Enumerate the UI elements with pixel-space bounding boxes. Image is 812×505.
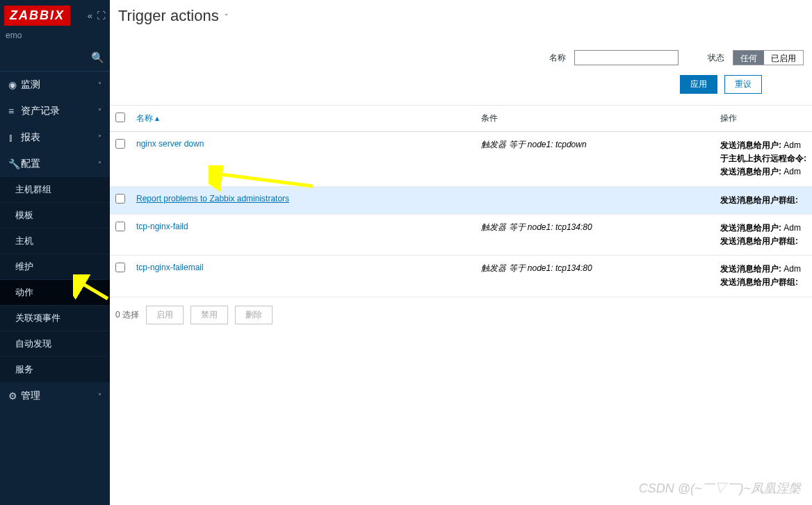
search-row[interactable]: 🔍: [0, 47, 110, 72]
fullscreen-icon[interactable]: ⛶: [97, 10, 106, 21]
sidebar-sub-item[interactable]: 关联项事件: [0, 306, 110, 331]
operations-cell: 发送消息给用户: Adm发送消息给用户群组:: [715, 214, 812, 255]
selected-count: 0 选择: [115, 309, 139, 321]
server-name: emo: [0, 31, 110, 47]
sidebar-sub-item[interactable]: 主机: [0, 229, 110, 254]
action-name-link[interactable]: nginx server down: [136, 139, 204, 149]
operations-cell: 发送消息给用户: Adm发送消息给用户群组:: [715, 256, 812, 297]
search-icon[interactable]: 🔍: [91, 51, 104, 64]
table-row: nginx server down触发器 等于 node1: tcpdown发送…: [110, 132, 812, 187]
sidebar-sub-item[interactable]: 服务: [0, 357, 110, 383]
disable-button[interactable]: 禁用: [190, 306, 228, 324]
action-name-link[interactable]: tcp-nginx-faild: [136, 222, 188, 231]
filter-name-label: 名称: [549, 52, 566, 64]
row-checkbox[interactable]: [115, 194, 125, 204]
status-enabled[interactable]: 已启用: [764, 51, 803, 65]
status-any[interactable]: 任何: [733, 51, 764, 65]
row-checkbox[interactable]: [115, 263, 125, 272]
sidebar-sub-item[interactable]: 维护: [0, 254, 110, 280]
apply-button[interactable]: 应用: [680, 75, 717, 94]
condition-cell: 触发器 等于 node1: tcp134:80: [476, 256, 715, 297]
logo-row: ZABBIX « ⛶: [0, 0, 110, 31]
filter-panel: 名称 状态 任何 已启用 应用 重设: [110, 42, 812, 106]
row-checkbox[interactable]: [115, 139, 125, 149]
condition-cell: 触发器 等于 node1: tcp134:80: [476, 214, 715, 255]
page-title-text: Trigger actions: [118, 7, 219, 24]
operations-cell: 发送消息给用户群组:: [715, 186, 812, 214]
sidebar-sub-item[interactable]: 自动发现: [0, 331, 110, 357]
condition-cell: 触发器 等于 node1: tcpdown: [476, 132, 715, 187]
sidebar-sub-item[interactable]: 模板: [0, 203, 110, 229]
nav-item[interactable]: 🔧配置˄: [0, 151, 110, 177]
page-title[interactable]: Trigger actions ˇ: [118, 7, 228, 25]
sidebar: ZABBIX « ⛶ emo 🔍 ◉监测˅≡资产记录˅⫿报表˅🔧配置˄主机群组模…: [0, 0, 110, 505]
nav-item[interactable]: ⚙管理˅: [0, 383, 110, 409]
main: Trigger actions ˇ 名称 状态 任何 已启用 应用 重设 名称 …: [110, 0, 812, 505]
col-name[interactable]: 名称 ▴: [131, 106, 476, 132]
table-row: tcp-nginx-failemail触发器 等于 node1: tcp134:…: [110, 256, 812, 297]
footer-bar: 0 选择 启用 禁用 删除: [110, 297, 812, 333]
sidebar-sub-item[interactable]: 主机群组: [0, 177, 110, 203]
col-op[interactable]: 操作: [715, 106, 812, 132]
status-toggle[interactable]: 任何 已启用: [733, 50, 804, 65]
nav-item[interactable]: ≡资产记录˅: [0, 98, 110, 124]
filter-status-label: 状态: [708, 52, 724, 64]
table-row: tcp-nginx-faild触发器 等于 node1: tcp134:80发送…: [110, 214, 812, 255]
collapse-icon[interactable]: «: [88, 10, 92, 21]
col-cond[interactable]: 条件: [476, 106, 715, 132]
nav-item[interactable]: ◉监测˅: [0, 72, 110, 98]
sidebar-sub-item[interactable]: 动作: [0, 280, 110, 306]
enable-button[interactable]: 启用: [146, 306, 184, 324]
condition-cell: [476, 186, 715, 214]
reset-button[interactable]: 重设: [724, 75, 762, 94]
page-header: Trigger actions ˇ: [110, 0, 812, 42]
action-name-link[interactable]: tcp-nginx-failemail: [136, 263, 204, 272]
actions-table: 名称 ▴ 条件 操作 nginx server down触发器 等于 node1…: [110, 106, 812, 297]
nav-item[interactable]: ⫿报表˅: [0, 124, 110, 151]
delete-button[interactable]: 删除: [235, 306, 273, 324]
logo[interactable]: ZABBIX: [4, 6, 70, 26]
chevron-down-icon[interactable]: ˇ: [225, 13, 228, 23]
operations-cell: 发送消息给用户: Adm于主机上执行远程命令:发送消息给用户: Adm: [715, 132, 812, 187]
row-checkbox[interactable]: [115, 222, 125, 231]
select-all-checkbox[interactable]: [115, 113, 125, 122]
filter-name-input[interactable]: [574, 50, 679, 65]
table-row: Report problems to Zabbix administrators…: [110, 186, 812, 214]
watermark: CSDN @(~￣▽￣)~凤凰涅槃: [639, 480, 801, 497]
action-name-link[interactable]: Report problems to Zabbix administrators: [136, 194, 289, 204]
